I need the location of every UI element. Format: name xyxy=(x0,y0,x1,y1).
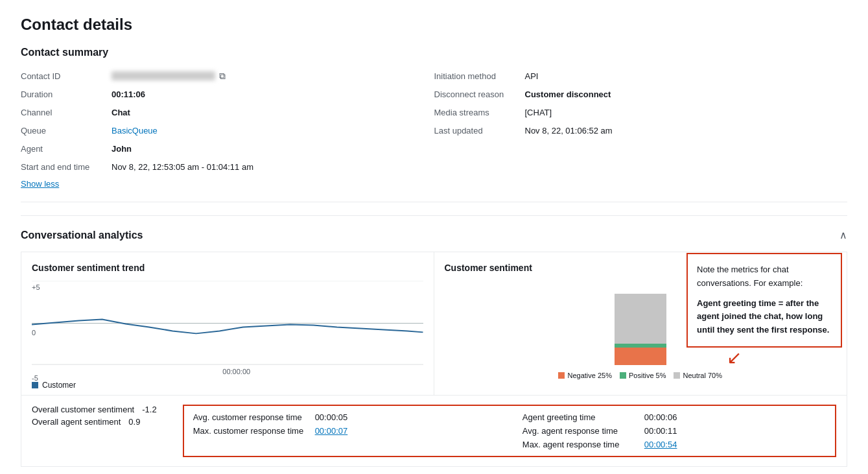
initiation-method-row: Initiation method API xyxy=(434,69,848,83)
trend-legend: Customer xyxy=(32,381,423,390)
contact-summary-title: Contact summary xyxy=(21,47,847,58)
contact-summary-section: Contact summary Contact ID ⧉ Duration 00… xyxy=(21,47,847,202)
duration-row: Duration 00:11:06 xyxy=(21,87,434,101)
metrics-col1: Avg. customer response time 00:00:05 Max… xyxy=(193,412,497,449)
section-divider xyxy=(21,215,847,216)
last-updated-row: Last updated Nov 8, 22, 01:06:52 am xyxy=(434,123,848,137)
duration-value: 00:11:06 xyxy=(111,89,145,99)
avg-customer-response-label: Avg. customer response time xyxy=(193,412,310,422)
trend-line-svg xyxy=(32,281,423,364)
bar-legend: Negative 25% Positive 5% Neutral 70% xyxy=(558,372,722,379)
disconnect-reason-value: Customer disconnect xyxy=(525,89,611,99)
initiation-method-label: Initiation method xyxy=(434,71,525,81)
media-streams-row: Media streams [CHAT] xyxy=(434,105,848,119)
annotation-text1: Note the metrics for chat conversations.… xyxy=(697,263,832,290)
max-agent-response-label: Max. agent response time xyxy=(522,440,639,449)
agent-greeting-time-value: 00:00:06 xyxy=(644,412,677,422)
positive-legend-item: Positive 5% xyxy=(620,372,666,379)
analytics-title: Conversational analytics xyxy=(21,230,143,241)
neutral-segment xyxy=(615,294,666,344)
sentiment-trend-panel: Customer sentiment trend +5 0 -5 xyxy=(21,252,434,395)
overall-agent-sentiment-label: Overall agent sentiment xyxy=(32,417,121,427)
negative-legend-item: Negative 25% xyxy=(558,372,612,379)
overall-agent-row: Overall agent sentiment 0.9 xyxy=(32,417,157,427)
start-end-time-value: Nov 8, 22, 12:53:05 am - 01:04:11 am xyxy=(111,162,253,172)
summary-left: Contact ID ⧉ Duration 00:11:06 Channel C… xyxy=(21,69,434,174)
positive-legend-label: Positive 5% xyxy=(629,372,666,379)
agent-row: Agent John xyxy=(21,141,434,156)
max-agent-response-value[interactable]: 00:00:54 xyxy=(644,440,677,449)
avg-agent-response-value: 00:00:11 xyxy=(644,426,677,436)
bar-chart-area xyxy=(615,287,666,365)
disconnect-reason-row: Disconnect reason Customer disconnect xyxy=(434,87,848,101)
show-less-link[interactable]: Show less xyxy=(21,179,59,189)
overall-agent-sentiment-value: 0.9 xyxy=(128,417,140,427)
annotation-text2: Agent greeting time = after the agent jo… xyxy=(697,297,832,337)
contact-id-label: Contact ID xyxy=(21,71,111,81)
neutral-legend-label: Neutral 70% xyxy=(683,372,722,379)
start-end-time-row: Start and end time Nov 8, 22, 12:53:05 a… xyxy=(21,160,434,174)
start-end-time-label: Start and end time xyxy=(21,162,111,172)
max-customer-response-row: Max. customer response time 00:00:07 xyxy=(193,426,497,436)
avg-agent-response-row: Avg. agent response time 00:00:11 xyxy=(522,426,826,436)
overall-customer-sentiment-label: Overall customer sentiment xyxy=(32,405,134,414)
channel-row: Channel Chat xyxy=(21,105,434,119)
agent-greeting-time-label: Agent greeting time xyxy=(522,412,639,422)
queue-row: Queue BasicQueue xyxy=(21,123,434,137)
annotation-box: Note the metrics for chat conversations.… xyxy=(686,253,842,348)
last-updated-label: Last updated xyxy=(434,126,525,136)
metrics-col2: Agent greeting time 00:00:06 Avg. agent … xyxy=(522,412,826,449)
analytics-header: Conversational analytics ∧ xyxy=(21,229,847,241)
collapse-analytics-button[interactable]: ∧ xyxy=(839,229,847,241)
trend-chart: +5 0 -5 xyxy=(32,281,423,385)
page-title: Contact details xyxy=(21,16,847,34)
queue-value[interactable]: BasicQueue xyxy=(111,126,158,136)
avg-agent-response-label: Avg. agent response time xyxy=(522,426,639,436)
channel-value: Chat xyxy=(111,108,130,117)
last-updated-value: Nov 8, 22, 01:06:52 am xyxy=(525,126,613,136)
overall-customer-sentiment-value: -1.2 xyxy=(142,405,156,414)
copy-icon[interactable]: ⧉ xyxy=(219,71,226,82)
overall-customer-row: Overall customer sentiment -1.2 xyxy=(32,405,157,414)
agent-value: John xyxy=(111,144,132,154)
trend-chart-content xyxy=(32,281,423,365)
overall-metrics: Overall customer sentiment -1.2 Overall … xyxy=(32,405,157,427)
negative-legend-square xyxy=(558,372,565,379)
stacked-bar xyxy=(615,294,666,365)
max-customer-response-value[interactable]: 00:00:07 xyxy=(315,426,348,436)
avg-customer-response-value: 00:00:05 xyxy=(315,412,348,422)
customer-legend-label: Customer xyxy=(42,381,76,390)
metrics-row: Overall customer sentiment -1.2 Overall … xyxy=(21,396,847,467)
avg-customer-response-row: Avg. customer response time 00:00:05 xyxy=(193,412,497,422)
positive-legend-square xyxy=(620,372,626,379)
initiation-method-value: API xyxy=(525,71,539,81)
media-streams-value: [CHAT] xyxy=(525,108,552,117)
neutral-legend-square xyxy=(674,372,680,379)
max-agent-response-row: Max. agent response time 00:00:54 xyxy=(522,440,826,449)
channel-label: Channel xyxy=(21,108,111,117)
negative-segment xyxy=(615,348,666,366)
summary-right: Initiation method API Disconnect reason … xyxy=(434,69,848,174)
detailed-metrics-panel: Avg. customer response time 00:00:05 Max… xyxy=(183,405,836,457)
agent-greeting-time-row: Agent greeting time 00:00:06 xyxy=(522,412,826,422)
disconnect-reason-label: Disconnect reason xyxy=(434,89,525,99)
agent-label: Agent xyxy=(21,144,111,154)
summary-grid: Contact ID ⧉ Duration 00:11:06 Channel C… xyxy=(21,69,847,174)
negative-legend-label: Negative 25% xyxy=(567,372,612,379)
annotation-arrow: ↙ xyxy=(727,349,742,367)
x-axis-label: 00:00:00 xyxy=(50,368,423,375)
neutral-legend-item: Neutral 70% xyxy=(674,372,722,379)
contact-id-blurred xyxy=(111,71,215,80)
media-streams-label: Media streams xyxy=(434,108,525,117)
duration-label: Duration xyxy=(21,89,111,99)
max-customer-response-label: Max. customer response time xyxy=(193,426,310,436)
sentiment-trend-title: Customer sentiment trend xyxy=(32,263,423,273)
contact-id-row: Contact ID ⧉ xyxy=(21,69,434,83)
queue-label: Queue xyxy=(21,126,111,136)
